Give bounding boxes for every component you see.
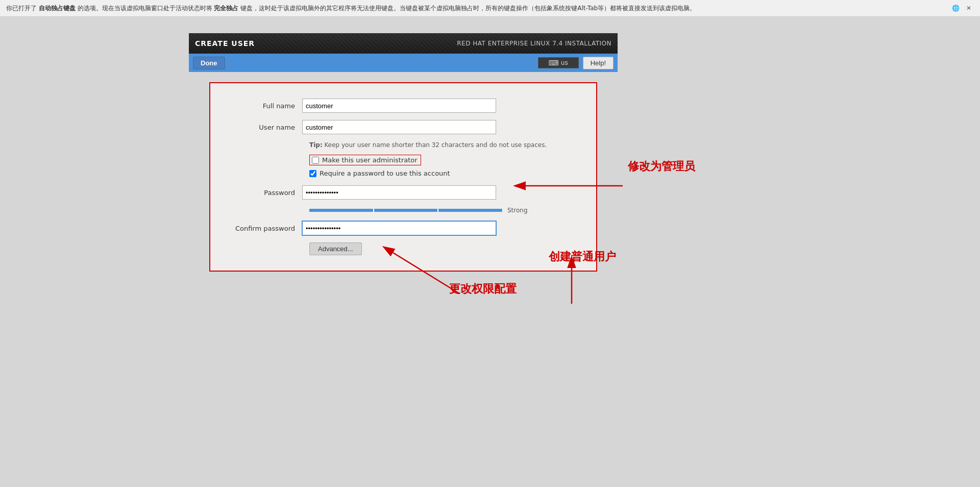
annotation-create-user-label: 创建普通用户: [549, 249, 616, 264]
admin-checkbox-label: Make this user administrator: [322, 156, 418, 164]
password-label: Password: [231, 189, 302, 197]
top-bar-icons: 🌐 ✕: [950, 3, 974, 13]
require-password-label: Require a password to use this account: [320, 169, 450, 177]
tip-content: Keep your user name shorter than 32 char…: [325, 141, 547, 149]
toolbar: Done ⌨ us Help!: [189, 54, 618, 72]
password-input[interactable]: [302, 185, 496, 200]
content-area: Full name User name Tip: Keep your user …: [189, 82, 618, 487]
admin-checkbox-wrapper: Make this user administrator: [309, 155, 421, 165]
notification-text: 你已打开了 自动独占键盘 的选项。现在当该虚拟电脑窗口处于活动状态时将 完全独占…: [6, 4, 950, 13]
annotation-advanced-label: 更改权限配置: [449, 281, 517, 297]
strength-marker-2: [374, 209, 439, 212]
notification-prefix: 你已打开了: [6, 5, 37, 12]
advanced-button-container: Advanced...: [309, 242, 576, 255]
window-title-left: CREATE USER: [195, 39, 255, 47]
confirm-password-row: Confirm password: [231, 221, 576, 235]
annotation-admin-label: 修改为管理员: [628, 159, 695, 174]
window-header: CREATE USER RED HAT ENTERPRISE LINUX 7.4…: [189, 33, 618, 54]
user-name-label: User name: [231, 124, 302, 131]
full-name-input[interactable]: [302, 99, 496, 113]
keyboard-indicator[interactable]: ⌨ us: [538, 57, 579, 68]
keyboard-locale: us: [561, 59, 568, 66]
form-container: Full name User name Tip: Keep your user …: [209, 82, 597, 272]
done-button[interactable]: Done: [193, 57, 225, 69]
strength-bar: [309, 209, 503, 212]
full-name-label: Full name: [231, 102, 302, 110]
strength-marker-3: [438, 209, 503, 212]
window-title-right: RED HAT ENTERPRISE LINUX 7.4 INSTALLATIO…: [457, 40, 611, 47]
admin-checkbox-row: Make this user administrator: [309, 155, 576, 165]
require-password-row: Require a password to use this account: [309, 169, 576, 177]
help-button[interactable]: Help!: [583, 57, 614, 69]
confirm-password-input[interactable]: [302, 221, 496, 235]
notification-suffix: 键盘，这时处于该虚拟电脑外的其它程序将无法使用键盘。当键盘被某个虚拟电脑独占时，…: [240, 5, 696, 12]
confirm-password-label: Confirm password: [231, 225, 302, 232]
strength-label: Strong: [507, 207, 528, 214]
tip-bold: Tip:: [309, 141, 323, 149]
keyboard-icon: ⌨: [549, 59, 559, 67]
strength-marker-1: [309, 209, 374, 212]
main-area: CREATE USER RED HAT ENTERPRISE LINUX 7.4…: [0, 17, 980, 487]
top-notification-bar: 你已打开了 自动独占键盘 的选项。现在当该虚拟电脑窗口处于活动状态时将 完全独占…: [0, 0, 980, 17]
password-row: Password: [231, 185, 576, 200]
close-notification-icon[interactable]: ✕: [964, 3, 974, 13]
notification-middle: 的选项。现在当该虚拟电脑窗口处于活动状态时将: [78, 5, 212, 12]
advanced-button[interactable]: Advanced...: [309, 242, 362, 255]
tip-text: Tip: Keep your user name shorter than 32…: [309, 141, 576, 149]
full-name-row: Full name: [231, 99, 576, 113]
user-name-input[interactable]: [302, 120, 496, 134]
notification-bold2: 完全独占: [214, 5, 238, 12]
checkbox-area: Make this user administrator Require a p…: [309, 155, 576, 177]
strength-markers: [309, 209, 503, 212]
require-password-checkbox[interactable]: [309, 170, 316, 177]
strength-bar-container: Strong: [309, 207, 576, 214]
globe-icon[interactable]: 🌐: [950, 3, 961, 13]
admin-checkbox[interactable]: [312, 157, 319, 164]
user-name-row: User name: [231, 120, 576, 134]
notification-bold1: 自动独占键盘: [39, 5, 76, 12]
